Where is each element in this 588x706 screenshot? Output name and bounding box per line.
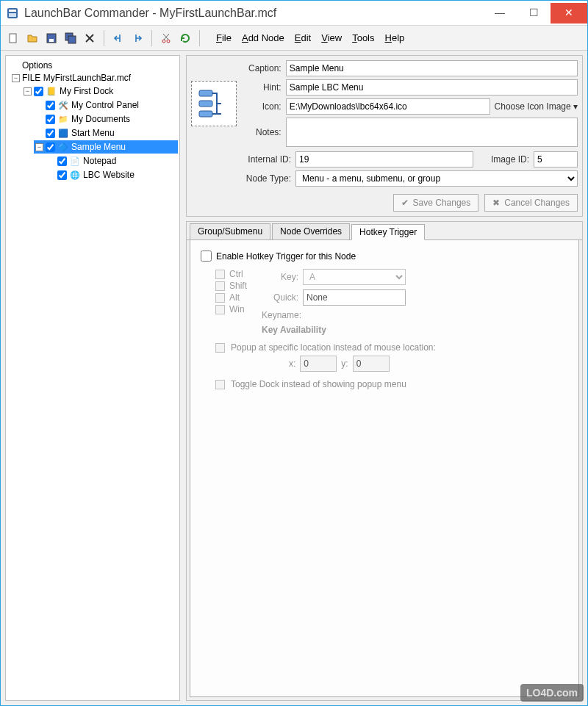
save-all-button[interactable]: [62, 30, 79, 46]
popup-location-check[interactable]: [215, 343, 225, 353]
close-button[interactable]: ✕: [551, 3, 587, 24]
menu-help[interactable]: Help: [381, 29, 409, 46]
move-right-button[interactable]: [129, 30, 146, 46]
svg-line-12: [164, 34, 169, 40]
maximize-button[interactable]: ☐: [517, 3, 551, 24]
tree-check[interactable]: [46, 101, 55, 110]
tab-node-overrides[interactable]: Node Overrides: [272, 223, 350, 239]
node-icon-preview[interactable]: [191, 81, 237, 126]
tab-hotkey-trigger[interactable]: Hotkey Trigger: [351, 224, 425, 240]
hint-input[interactable]: [286, 79, 578, 96]
alt-check[interactable]: [215, 293, 225, 303]
cancel-icon: ✖: [492, 198, 500, 208]
svg-line-13: [163, 34, 168, 40]
tab-group-submenu[interactable]: Group/Submenu: [190, 223, 270, 239]
menu-add-node[interactable]: Add Node: [237, 29, 289, 46]
tree-item[interactable]: Start Menu: [71, 128, 115, 138]
x-input[interactable]: [300, 356, 337, 372]
tree-item[interactable]: Notepad: [83, 156, 116, 166]
win-label: Win: [229, 304, 245, 314]
internal-id-input[interactable]: [295, 151, 473, 168]
svg-rect-3: [10, 34, 16, 43]
tree-check[interactable]: [46, 129, 55, 138]
menu-icon: 🔷: [57, 141, 69, 153]
cut-button[interactable]: [158, 30, 174, 46]
save-button[interactable]: [43, 30, 60, 46]
toolbar: File Add Node Edit View Tools Help: [1, 26, 587, 51]
popup-location-label: Popup at specific location instead of mo…: [231, 342, 436, 353]
cancel-changes-button[interactable]: ✖Cancel Changes: [484, 194, 578, 212]
tree-item[interactable]: My Documents: [71, 114, 130, 124]
caption-label: Caption:: [248, 63, 282, 73]
win-check[interactable]: [215, 305, 225, 314]
open-button[interactable]: [24, 30, 40, 46]
svg-point-10: [162, 40, 165, 43]
ctrl-label: Ctrl: [229, 269, 243, 279]
internal-id-label: Internal ID:: [191, 154, 291, 165]
web-icon: 🌐: [69, 169, 81, 181]
shift-check[interactable]: [215, 281, 225, 291]
tree-check[interactable]: [46, 115, 55, 124]
tree-options[interactable]: Options: [22, 60, 52, 71]
expander-icon[interactable]: −: [35, 143, 43, 151]
menu-file[interactable]: File: [212, 29, 236, 46]
notes-input[interactable]: [286, 118, 578, 147]
check-icon: ✔: [401, 198, 409, 208]
notepad-icon: 📄: [69, 155, 81, 167]
tree-check[interactable]: [57, 170, 67, 180]
toggle-dock-check[interactable]: [215, 380, 225, 389]
menu-tools[interactable]: Tools: [348, 29, 379, 46]
move-left-button[interactable]: [110, 30, 126, 46]
svg-point-11: [167, 40, 170, 43]
startmenu-icon: 🟦: [57, 127, 69, 139]
svg-rect-14: [199, 90, 212, 96]
tree-view[interactable]: Options −FILE MyFirstLaunchBar.mcf −📒My …: [5, 55, 180, 701]
tree-check[interactable]: [46, 143, 55, 152]
minimize-button[interactable]: —: [483, 3, 517, 24]
svg-rect-15: [199, 101, 212, 107]
ctrl-check[interactable]: [215, 270, 225, 279]
menu-edit[interactable]: Edit: [290, 29, 315, 46]
tree-file-node[interactable]: FILE MyFirstLaunchBar.mcf: [22, 73, 131, 83]
svg-rect-5: [49, 39, 54, 42]
svg-rect-2: [9, 13, 16, 17]
delete-button[interactable]: [82, 30, 98, 46]
control-panel-icon: 🛠️: [57, 99, 69, 111]
svg-rect-7: [68, 36, 76, 43]
quick-input[interactable]: [303, 289, 406, 306]
tree-item-selected[interactable]: Sample Menu: [71, 142, 126, 152]
quick-label: Quick:: [262, 292, 298, 303]
y-label: y:: [341, 359, 348, 369]
notes-label: Notes:: [248, 127, 282, 137]
node-type-label: Node Type:: [191, 173, 291, 184]
image-id-input[interactable]: [534, 151, 578, 168]
enable-hotkey-check[interactable]: [201, 251, 212, 262]
app-icon: [7, 7, 18, 19]
expander-icon[interactable]: −: [24, 87, 32, 96]
icon-path-input[interactable]: [286, 98, 490, 115]
refresh-button[interactable]: [177, 30, 193, 46]
key-availability-label: Key Availability: [262, 325, 406, 335]
tree-item[interactable]: My Control Panel: [71, 100, 139, 110]
x-label: x:: [289, 359, 295, 369]
svg-rect-1: [9, 10, 16, 12]
node-type-select[interactable]: Menu - a menu, submenu, or group: [295, 170, 578, 187]
caption-input[interactable]: [286, 60, 578, 76]
tree-check[interactable]: [57, 156, 67, 166]
menubar: File Add Node Edit View Tools Help: [212, 29, 409, 46]
toggle-dock-label: Toggle Dock instead of showing popup men…: [231, 379, 406, 389]
y-input[interactable]: [353, 356, 390, 372]
tree-item[interactable]: LBC Website: [83, 170, 135, 180]
expander-icon[interactable]: −: [12, 74, 20, 82]
window-title: LaunchBar Commander - MyFirstLaunchBar.m…: [24, 7, 483, 20]
menu-view[interactable]: View: [317, 29, 346, 46]
enable-hotkey-label: Enable Hotkey Trigger for this Node: [216, 251, 356, 262]
tree-dock[interactable]: My First Dock: [60, 86, 113, 96]
new-button[interactable]: [5, 30, 21, 46]
tree-check[interactable]: [34, 87, 43, 96]
save-changes-button[interactable]: ✔Save Changes: [393, 194, 479, 212]
key-select[interactable]: A: [303, 269, 406, 285]
choose-icon-button[interactable]: Choose Icon Image ▾: [495, 101, 578, 112]
documents-icon: 📁: [57, 113, 69, 125]
hint-label: Hint:: [248, 82, 282, 93]
